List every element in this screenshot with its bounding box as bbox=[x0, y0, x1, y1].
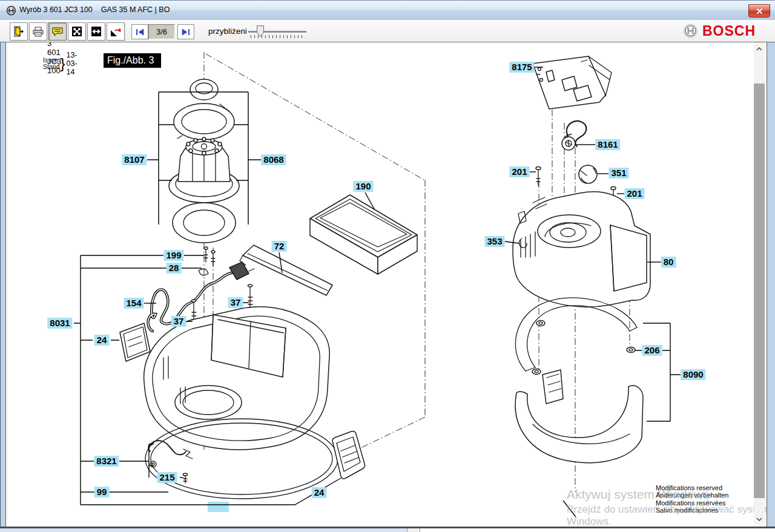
slider-tick bbox=[262, 35, 262, 38]
scrollbar-thumb[interactable] bbox=[754, 84, 765, 498]
part-label-215[interactable]: 215 bbox=[157, 472, 177, 483]
comment-icon bbox=[51, 25, 64, 38]
note-line: Änderungen vorbehalten bbox=[656, 491, 728, 499]
slider-tick bbox=[258, 35, 259, 38]
chevron-up-icon bbox=[756, 47, 762, 51]
note-line: Modifications resérvées bbox=[656, 499, 728, 507]
part-label-353[interactable]: 353 bbox=[484, 236, 504, 247]
background-strip bbox=[0, 528, 775, 532]
part-label-8068[interactable]: 8068 bbox=[261, 154, 286, 165]
zoom-slider-label: przybliżeni bbox=[208, 27, 247, 36]
part-label-37b[interactable]: 37 bbox=[171, 316, 186, 327]
selection-highlight bbox=[208, 502, 229, 512]
exit-button[interactable] bbox=[10, 22, 28, 41]
slider-tick bbox=[291, 35, 291, 38]
note-line: Salvo modificaciones bbox=[656, 507, 728, 514]
part-label-351[interactable]: 351 bbox=[608, 168, 628, 179]
zoom-mode-button[interactable] bbox=[107, 22, 125, 41]
note-line: Modifications reserved bbox=[656, 484, 728, 491]
titlebar: Wyrób 3 601 JC3 100 GAS 35 M AFC | BO bbox=[0, 1, 775, 21]
part-label-28[interactable]: 28 bbox=[167, 263, 182, 274]
part-label-8031[interactable]: 8031 bbox=[47, 318, 72, 329]
part-label-8107[interactable]: 8107 bbox=[122, 154, 147, 165]
part-label-8161[interactable]: 8161 bbox=[595, 139, 620, 150]
close-icon bbox=[757, 8, 762, 14]
prev-page-button[interactable] bbox=[131, 24, 148, 39]
fit-width-icon bbox=[90, 25, 102, 38]
scroll-up-button[interactable] bbox=[754, 44, 765, 54]
background-window-tab bbox=[407, 528, 420, 532]
slider-tick bbox=[272, 35, 273, 38]
close-button[interactable] bbox=[748, 4, 770, 18]
prev-page-icon bbox=[136, 28, 144, 36]
slider-tick bbox=[294, 35, 295, 38]
exit-icon bbox=[13, 25, 25, 38]
part-label-37a[interactable]: 37 bbox=[228, 297, 243, 308]
slider-tick bbox=[269, 35, 269, 38]
zoom-slider-ticks bbox=[251, 35, 302, 38]
window-border-left bbox=[0, 42, 6, 527]
slider-tick bbox=[283, 35, 284, 38]
slider-tick bbox=[251, 35, 251, 38]
bosch-anchor-icon bbox=[683, 23, 698, 39]
part-label-24b[interactable]: 24 bbox=[312, 487, 327, 498]
toolbar: 3/6 przybliżeni BOSCH bbox=[0, 20, 775, 42]
stand-label: Stand bbox=[43, 64, 59, 70]
window-border-right bbox=[767, 42, 775, 527]
comment-button[interactable] bbox=[48, 22, 67, 41]
app-icon bbox=[6, 5, 16, 16]
part-label-199[interactable]: 199 bbox=[163, 250, 183, 261]
fit-width-button[interactable] bbox=[87, 22, 105, 41]
part-label-80[interactable]: 80 bbox=[661, 257, 676, 268]
vertical-scrollbar[interactable] bbox=[754, 42, 765, 526]
page-indicator: 3/6 bbox=[148, 24, 175, 39]
part-label-190[interactable]: 190 bbox=[353, 181, 373, 192]
exploded-diagram bbox=[0, 1, 775, 532]
slider-tick bbox=[280, 35, 280, 38]
brand-name: BOSCH bbox=[702, 23, 756, 39]
slider-tick bbox=[302, 35, 302, 38]
print-icon bbox=[32, 25, 44, 38]
part-label-8321[interactable]: 8321 bbox=[94, 456, 119, 467]
modification-notes: Modifications reservedÄnderungen vorbeha… bbox=[656, 484, 728, 514]
part-label-24a[interactable]: 24 bbox=[94, 335, 110, 346]
part-label-99[interactable]: 99 bbox=[94, 487, 110, 498]
part-label-206[interactable]: 206 bbox=[642, 345, 662, 356]
app-window: 8107806819072199281543737803124832121599… bbox=[0, 0, 775, 532]
slider-tick bbox=[276, 35, 277, 38]
zoom-mode-icon bbox=[110, 25, 122, 38]
part-label-201a[interactable]: 201 bbox=[509, 166, 529, 177]
print-button[interactable] bbox=[29, 22, 47, 41]
next-page-icon bbox=[182, 28, 190, 36]
part-label-201b[interactable]: 201 bbox=[624, 188, 644, 199]
part-label-72[interactable]: 72 bbox=[272, 241, 287, 252]
fit-page-button[interactable] bbox=[68, 22, 86, 41]
background-window-segment bbox=[0, 528, 407, 532]
slider-tick bbox=[254, 35, 255, 38]
zoom-slider[interactable] bbox=[248, 28, 306, 40]
issue-stand-block: Issue Stand } 13-03-14 bbox=[43, 51, 78, 76]
slider-tick bbox=[287, 35, 288, 38]
part-labels-layer: 8107806819072199281543737803124832121599… bbox=[0, 1, 775, 532]
brand-logo: BOSCH bbox=[683, 22, 756, 40]
part-label-8090[interactable]: 8090 bbox=[681, 369, 705, 380]
watermark-line: Windows. bbox=[567, 516, 770, 528]
fit-page-icon bbox=[71, 25, 83, 38]
part-label-154[interactable]: 154 bbox=[124, 298, 143, 309]
figure-number-badge: Fig./Abb. 3 bbox=[104, 53, 161, 68]
scroll-down-button[interactable] bbox=[754, 514, 765, 524]
part-label-8175[interactable]: 8175 bbox=[509, 62, 534, 73]
window-title: Wyrób 3 601 JC3 100 GAS 35 M AFC | BO bbox=[19, 5, 170, 14]
chevron-down-icon bbox=[756, 517, 762, 521]
issue-date: 13-03-14 bbox=[66, 51, 77, 76]
slider-tick bbox=[265, 35, 266, 38]
slider-tick bbox=[298, 35, 298, 38]
brace-glyph: } bbox=[60, 55, 65, 72]
next-page-button[interactable] bbox=[177, 24, 194, 39]
